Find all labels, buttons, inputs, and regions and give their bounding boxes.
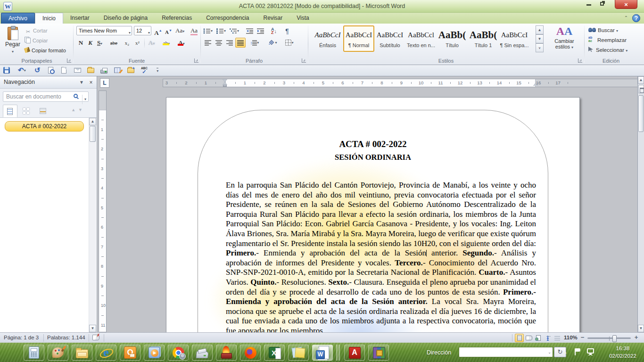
zoom-slider[interactable] (587, 337, 631, 339)
folder-special-button[interactable] (125, 65, 136, 75)
taskbar-internet-explorer-button[interactable] (96, 345, 116, 361)
align-left-button[interactable] (203, 38, 213, 48)
sort-button[interactable]: AZ↓ (269, 26, 279, 36)
bold-button[interactable]: N (76, 38, 85, 48)
multilevel-list-button[interactable]: ▾ (229, 26, 239, 36)
tab-headings-view[interactable] (3, 105, 17, 117)
print-preview-button[interactable] (45, 65, 56, 75)
change-styles-button[interactable]: AA Cambiar estilos ▾ (550, 25, 579, 59)
font-family-combo[interactable]: Times New Rom▾ (76, 26, 132, 35)
styles-dialog-launcher[interactable] (578, 58, 582, 63)
change-case-button[interactable]: Aa▾ (175, 26, 184, 36)
paste-button[interactable]: Pegar ▾ (3, 25, 22, 58)
vertical-ruler[interactable]: 1234567891011 (99, 90, 107, 332)
address-input[interactable]: ⌄ (459, 347, 553, 357)
redo-button[interactable]: ↺ (32, 65, 43, 75)
font-size-combo[interactable]: 12▾ (134, 26, 151, 35)
shrink-font-button[interactable]: A▼ (164, 26, 173, 36)
navigation-options-arrow[interactable]: ▼ (78, 79, 85, 86)
document-body-text[interactable]: En la parroquia San Plácido del Cantón P… (226, 181, 536, 332)
navigation-scrollbar[interactable]: ▲ ▼ (89, 118, 96, 332)
nav-heading-item[interactable]: ACTA # 002-2022 (5, 121, 84, 132)
subscript-button[interactable]: x₂ (123, 38, 132, 48)
italic-button[interactable]: K (86, 38, 95, 48)
styles-scroll-down-button[interactable]: ▼ (536, 34, 544, 43)
address-dropdown-arrow[interactable]: ⌄ (548, 350, 551, 354)
tab-results-view[interactable] (35, 105, 50, 117)
view-full-screen-reading-button[interactable] (524, 334, 533, 342)
scroll-thumb[interactable] (638, 95, 644, 132)
window-stack-indicator[interactable] (336, 345, 341, 361)
zoom-in-button[interactable]: + (633, 334, 640, 341)
strikethrough-button[interactable]: abe (109, 38, 118, 48)
justify-button[interactable] (235, 38, 246, 48)
spelling-button[interactable]: ABC (139, 65, 149, 75)
heading-prev-next-arrows[interactable]: ▲▼ (71, 107, 85, 112)
taskbar-calculator-button[interactable] (24, 345, 44, 361)
taskbar-winrar-button[interactable] (368, 345, 389, 361)
styles-more-button[interactable]: ⩛ (536, 43, 544, 52)
style-titulo[interactable]: AaBb(Título (437, 25, 468, 52)
taskbar-firefox-button[interactable] (240, 345, 261, 361)
quick-print-button[interactable] (99, 65, 109, 75)
tab-insertar[interactable]: Insertar (63, 13, 97, 24)
align-center-button[interactable] (214, 38, 224, 48)
taskbar-excel-button[interactable] (264, 345, 285, 361)
taskbar-clock[interactable]: 16:38 02/02/2022 (604, 345, 642, 360)
numbering-button[interactable]: ▾ (216, 26, 226, 36)
tab-thumbnails-view[interactable] (19, 105, 33, 117)
copy-button[interactable]: Copiar (25, 36, 48, 45)
minimize-button[interactable] (583, 0, 595, 9)
borders-button[interactable]: ▾ (283, 38, 296, 48)
tab-archivo[interactable]: Archivo (1, 13, 35, 24)
search-options-arrow[interactable]: ▾ (82, 95, 86, 104)
taskbar-paint-button[interactable] (48, 345, 68, 361)
style-normal[interactable]: AaBbCcI¶ Normal (343, 25, 374, 52)
collapse-ribbon-button[interactable]: ⌃ (622, 15, 630, 21)
taskbar-file-explorer-button[interactable] (72, 345, 92, 361)
proofing-status-icon[interactable] (92, 335, 99, 340)
tab-inicio[interactable]: Inicio (35, 13, 63, 24)
taskbar-outlook-button[interactable] (120, 345, 140, 361)
style-titulo-1[interactable]: AaBb(Título 1 (468, 25, 499, 52)
view-print-layout-button[interactable] (515, 334, 524, 342)
bullets-button[interactable]: ▾ (203, 26, 213, 36)
font-color-button[interactable]: A▾ (175, 38, 188, 48)
taskbar-scanner-button[interactable] (192, 345, 213, 361)
nav-scroll-thumb[interactable] (90, 126, 96, 142)
document-search-input[interactable]: Buscar en documento ▾ (3, 91, 89, 102)
shading-button[interactable]: ▾ (266, 38, 279, 48)
show-paragraph-marks-button[interactable]: ¶ (282, 26, 292, 36)
cut-button[interactable]: ✂Cortar (25, 26, 48, 35)
horizontal-ruler[interactable]: 3211234567891011121314151617 (163, 79, 639, 87)
highlight-color-button[interactable]: ab▾ (160, 38, 173, 48)
paste-dropdown-arrow[interactable]: ▾ (12, 49, 14, 54)
align-right-button[interactable] (224, 38, 235, 48)
tab-correspondencia[interactable]: Correspondencia (199, 13, 256, 24)
line-spacing-button[interactable]: ↕▾ (248, 38, 261, 48)
style-sin-espa[interactable]: AaBbCcI¶ Sin espa... (499, 25, 530, 52)
tab-referencias[interactable]: Referencias (155, 13, 199, 24)
style-subtitulo[interactable]: AaBbCcISubtítulo (374, 25, 405, 52)
clear-formatting-button[interactable]: Aa (190, 26, 198, 36)
show-hidden-icons-button[interactable]: ▲ (563, 350, 567, 354)
help-button[interactable]: ? (632, 14, 640, 22)
taskbar-autocad-button[interactable] (344, 345, 365, 361)
taskbar-nero-button[interactable] (216, 345, 237, 361)
taskbar-word-button[interactable] (312, 345, 333, 361)
format-painter-button[interactable]: Copiar formato (25, 46, 66, 55)
ruler-toggle-button[interactable] (638, 85, 644, 93)
network-icon[interactable] (587, 348, 594, 354)
font-dialog-launcher[interactable] (194, 58, 198, 63)
word-count[interactable]: Palabras: 1.144 (47, 335, 85, 340)
clipboard-dialog-launcher[interactable] (67, 58, 71, 63)
tab-stop-selector[interactable]: L (100, 78, 109, 88)
paragraph-dialog-launcher[interactable] (302, 58, 306, 63)
taskbar-sticky-notes-button[interactable] (288, 345, 309, 361)
taskbar-media-player-button[interactable] (144, 345, 165, 361)
close-button[interactable]: × (615, 0, 637, 9)
grow-font-button[interactable]: A▲ (154, 26, 163, 36)
view-outline-button[interactable] (543, 334, 552, 342)
underline-button[interactable]: S▾ (95, 38, 104, 48)
edit-table-button[interactable] (112, 65, 123, 75)
